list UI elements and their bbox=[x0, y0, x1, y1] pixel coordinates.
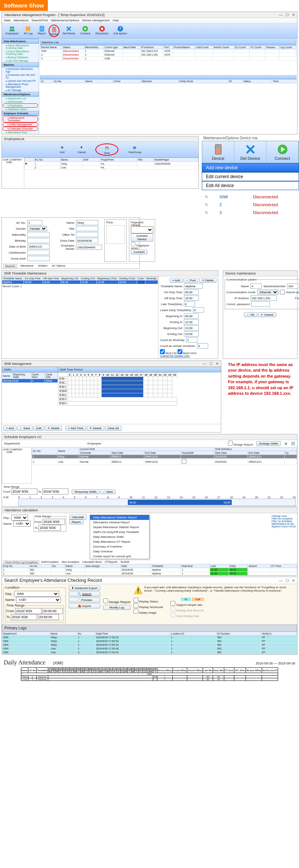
side-acmanage[interactable]: AC Manage bbox=[2, 89, 39, 92]
emp-facegroup-btn[interactable]: 👥FaceGroup bbox=[126, 143, 144, 156]
print-icon[interactable]: 🖨 bbox=[284, 442, 287, 445]
sm-deltime[interactable]: Delete bbox=[87, 426, 104, 431]
rep-ot[interactable]: Daily Attendance OT Report bbox=[90, 539, 149, 544]
btn-device[interactable]: Device bbox=[49, 25, 59, 37]
emp-add-btn[interactable]: ➕Add bbox=[57, 143, 68, 156]
connect-device-btn[interactable]: Connect Device bbox=[131, 233, 153, 242]
dev-row[interactable]: ↻XIMIDisconnected bbox=[202, 193, 299, 201]
refresh-icon[interactable]: 🔄 bbox=[291, 442, 295, 445]
btn-deldevice[interactable]: Del Device bbox=[60, 25, 77, 37]
btn-disconnect[interactable]: Disconnect bbox=[93, 25, 111, 37]
ot-input[interactable] bbox=[76, 232, 98, 237]
close-icon[interactable]: ✕ bbox=[292, 13, 295, 17]
dm-mno[interactable] bbox=[287, 283, 298, 289]
side-append[interactable]: Append Clock In/Out bbox=[271, 525, 296, 528]
search-name[interactable]: <All> bbox=[16, 597, 61, 603]
dev-row[interactable]: ↻2Disconnected bbox=[202, 201, 299, 209]
rep-daily-ot[interactable]: Daily Overtime bbox=[90, 549, 149, 554]
rep-onoff[interactable]: Staff's On-Duty/Off-Duty Timetable bbox=[90, 530, 149, 534]
sm-clearall[interactable]: Clear All bbox=[105, 426, 121, 431]
side-filter-tt[interactable]: Filter by timetable bbox=[271, 520, 296, 523]
title-input[interactable] bbox=[76, 226, 98, 231]
company-node[interactable]: OUR COMPANY bbox=[3, 158, 23, 161]
sm-edit[interactable]: Edit bbox=[34, 426, 44, 431]
side-group-sched[interactable]: Employee Schedule bbox=[2, 111, 39, 116]
sched-from[interactable] bbox=[11, 489, 37, 495]
menu-data[interactable]: Data bbox=[4, 19, 10, 22]
max-icon[interactable]: ☐ bbox=[286, 13, 289, 17]
side-backup[interactable]: Backup Database bbox=[2, 56, 39, 59]
temp-shifts-btn[interactable]: Temporary Shifts bbox=[72, 489, 99, 494]
rep-general[interactable]: Attendance General Report bbox=[90, 520, 149, 525]
big-connect-btn[interactable]: Connect bbox=[266, 141, 299, 163]
rep-create[interactable]: Create report for current grid bbox=[90, 554, 149, 559]
dm-cancel-btn[interactable]: Cancel bbox=[258, 312, 276, 317]
side-timetables[interactable]: Maintenance Timetables bbox=[4, 116, 37, 122]
btn-connect[interactable]: Connect bbox=[78, 25, 92, 37]
big-device-btn[interactable]: Device bbox=[202, 141, 234, 163]
rep-sum-ot[interactable]: Summary of Overtime bbox=[90, 544, 149, 549]
big-deldevice-btn[interactable]: Del Device bbox=[234, 141, 266, 163]
btn-report[interactable]: Report bbox=[36, 25, 48, 37]
calculate-btn[interactable]: Calculate bbox=[69, 515, 87, 520]
emp-save-btn[interactable]: 💾Save bbox=[95, 143, 118, 156]
popup-add-device[interactable]: Add new device bbox=[202, 163, 299, 172]
bday-input[interactable] bbox=[27, 238, 50, 243]
table-row[interactable]: XIMIDisconnected1Ethernet192.168.0.21243… bbox=[40, 49, 296, 53]
tab-acoptions[interactable]: AC Options bbox=[50, 264, 67, 268]
menu-help[interactable]: Help bbox=[112, 19, 118, 22]
side-group-machine[interactable]: Machine bbox=[2, 62, 39, 67]
name-input[interactable] bbox=[76, 220, 98, 225]
side-color[interactable]: Change color bbox=[271, 515, 296, 517]
arrange-shifts-btn[interactable]: Arrange Shifts bbox=[256, 441, 281, 446]
nat-input[interactable] bbox=[27, 232, 50, 237]
ac-input[interactable] bbox=[27, 220, 42, 225]
btn-employees[interactable]: Employees bbox=[3, 25, 21, 37]
fp-connect-btn[interactable]: Connect bbox=[131, 249, 147, 254]
rep-shifts[interactable]: Daily Attendance Shifts bbox=[90, 534, 149, 539]
sm-del[interactable]: Delete bbox=[45, 426, 62, 431]
tab-addition[interactable]: Addition bbox=[37, 264, 49, 268]
side-shifts[interactable]: Shifts Management bbox=[4, 123, 37, 126]
tab-baseinfo[interactable]: Baseinfo bbox=[3, 264, 17, 268]
calc-name[interactable]: <All> bbox=[13, 521, 31, 527]
dm-pw[interactable] bbox=[251, 301, 270, 307]
sub-node[interactable]: -XIMI bbox=[3, 161, 23, 164]
export-btn[interactable]: 📤 Export bbox=[69, 604, 100, 608]
dm-ok-btn[interactable]: OK bbox=[244, 312, 257, 317]
menu-options[interactable]: Maintenance/Options bbox=[51, 19, 79, 22]
dob-input[interactable] bbox=[27, 244, 50, 249]
preview-btn[interactable]: 📄 Preview bbox=[69, 598, 100, 602]
tt-add-btn[interactable]: Add bbox=[170, 278, 183, 283]
sm-add[interactable]: Add bbox=[3, 426, 16, 431]
sched-to[interactable] bbox=[42, 489, 68, 495]
dev-row[interactable]: ↻3Disconnected bbox=[202, 209, 299, 217]
dm-ip[interactable] bbox=[250, 295, 277, 301]
side-import[interactable]: Import Attendance Checking Data bbox=[2, 44, 39, 50]
mobile-input[interactable] bbox=[76, 245, 102, 250]
btn-aclog[interactable]: AC Log bbox=[22, 25, 35, 37]
gender-select[interactable]: Female bbox=[27, 226, 47, 231]
sm-addtime[interactable]: Add Time bbox=[65, 426, 86, 431]
side-dbopt[interactable]: Database Option bbox=[2, 108, 39, 111]
dm-name[interactable] bbox=[250, 283, 262, 289]
min-icon[interactable]: — bbox=[279, 13, 283, 17]
side-admin[interactable]: Administrator bbox=[2, 100, 39, 103]
side-deplist[interactable]: Department List bbox=[2, 97, 39, 100]
side-group-data[interactable]: Data Maintenance bbox=[2, 39, 39, 44]
side-empsched[interactable]: Employee Schedule bbox=[4, 127, 37, 130]
side-dl-logs[interactable]: Download attendance logs bbox=[2, 67, 39, 73]
rep-depart[interactable]: Depart Attendance Statistic Report bbox=[90, 525, 149, 530]
rep-daily-stat[interactable]: Daily Attendance Statistic Report bbox=[90, 515, 149, 520]
dm-mode[interactable]: Ethernet bbox=[257, 289, 278, 295]
tt-post-btn[interactable]: Post bbox=[184, 278, 198, 283]
side-employees[interactable]: Employees bbox=[4, 104, 37, 107]
menu-search[interactable]: Search/Print bbox=[31, 19, 48, 22]
side-rule[interactable]: Attendance Rule bbox=[2, 131, 39, 134]
adv-export-btn[interactable]: ⬆ Advanced Export bbox=[69, 586, 100, 590]
modify-log-btn[interactable]: Modify Log bbox=[103, 605, 130, 610]
sm-save[interactable]: Save bbox=[17, 426, 33, 431]
side-group-maint[interactable]: Maintenance/Options bbox=[2, 92, 39, 97]
side-filter-exc[interactable]: Filter by exception bbox=[271, 517, 296, 520]
emp-cancel-btn[interactable]: ✖Cancel bbox=[75, 143, 88, 156]
